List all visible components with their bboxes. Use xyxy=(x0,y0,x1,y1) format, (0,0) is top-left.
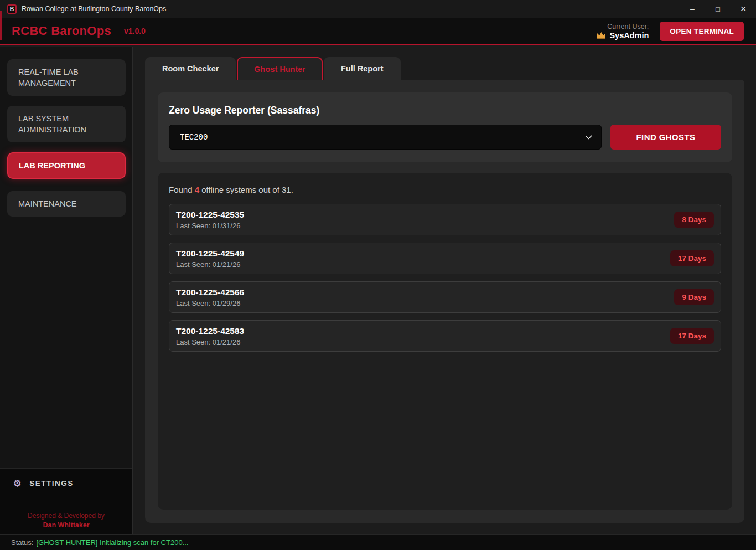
days-offline-badge: 9 Days xyxy=(674,289,714,305)
main-content: Room Checker Ghost Hunter Full Report Ze… xyxy=(133,47,756,534)
sidebar-item-maintenance[interactable]: MAINTENANCE xyxy=(7,191,126,217)
app-window: B Rowan College at Burlington County Bar… xyxy=(0,0,756,550)
sidebar-bottom: ⚙ SETTINGS Designed & Developed by Dan W… xyxy=(0,468,132,534)
settings-button[interactable]: ⚙ SETTINGS xyxy=(0,469,132,489)
app-version: v1.0.0 xyxy=(124,27,146,35)
system-name: T200-1225-42566 xyxy=(176,287,244,297)
settings-label: SETTINGS xyxy=(29,479,74,487)
system-row: T200-1225-42583 Last Seen: 01/21/26 17 D… xyxy=(169,320,721,352)
sidebar-item-lab-system-administration[interactable]: LAB SYSTEM ADMINISTRATION xyxy=(7,106,126,142)
system-info: T200-1225-42583 Last Seen: 01/21/26 xyxy=(176,326,244,346)
current-user-name: SysAdmin xyxy=(609,31,649,40)
app-brand: RCBC BaronOps xyxy=(12,24,111,38)
tab-room-checker[interactable]: Room Checker xyxy=(145,57,236,80)
tab-bar: Room Checker Ghost Hunter Full Report xyxy=(145,57,401,80)
credit-line-1: Designed & Developed by xyxy=(0,512,132,520)
gear-icon: ⚙ xyxy=(13,478,21,489)
current-user-block: Current User: SysAdmin xyxy=(597,23,649,40)
offline-count: 4 xyxy=(195,185,199,194)
sidebar-nav: REAL-TIME LAB MANAGEMENT LAB SYSTEM ADMI… xyxy=(0,47,132,217)
system-last-seen: Last Seen: 01/29/26 xyxy=(176,299,244,307)
system-last-seen: Last Seen: 01/31/26 xyxy=(176,222,244,230)
sidebar: REAL-TIME LAB MANAGEMENT LAB SYSTEM ADMI… xyxy=(0,47,133,534)
results-panel: Found 4 offline systems out of 31. T200-… xyxy=(158,173,732,510)
sidebar-item-realtime-lab-management[interactable]: REAL-TIME LAB MANAGEMENT xyxy=(7,59,126,96)
app-header: RCBC BaronOps v1.0.0 Current User: SysAd… xyxy=(0,18,756,45)
section-title: Zero Usage Reporter (Sassafras) xyxy=(169,105,721,116)
results-summary: Found 4 offline systems out of 31. xyxy=(169,185,721,194)
system-name: T200-1225-42549 xyxy=(176,249,244,259)
room-select[interactable]: TEC200 xyxy=(169,125,602,150)
credits: Designed & Developed by Dan Whittaker xyxy=(0,512,132,529)
status-label: Status: xyxy=(11,538,33,547)
app-logo-icon: B xyxy=(7,4,17,14)
system-info: T200-1225-42535 Last Seen: 01/31/26 xyxy=(176,210,244,230)
system-row: T200-1225-42549 Last Seen: 01/21/26 17 D… xyxy=(169,243,721,274)
crown-icon xyxy=(597,32,606,39)
zero-usage-reporter-section: Zero Usage Reporter (Sassafras) TEC200 F… xyxy=(158,92,732,162)
current-user-label: Current User: xyxy=(597,23,649,30)
window-controls: – □ × xyxy=(680,0,756,18)
system-name: T200-1225-42535 xyxy=(176,210,244,220)
credit-line-2: Dan Whittaker xyxy=(0,521,132,529)
minimize-button[interactable]: – xyxy=(680,0,705,18)
maximize-button[interactable]: □ xyxy=(705,0,731,18)
ghost-hunter-panel: Zero Usage Reporter (Sassafras) TEC200 F… xyxy=(145,80,744,523)
system-name: T200-1225-42583 xyxy=(176,326,244,336)
open-terminal-button[interactable]: OPEN TERMINAL xyxy=(660,22,744,41)
status-message: [GHOST HUNTER] Initializing scan for CT2… xyxy=(36,538,188,547)
days-offline-badge: 17 Days xyxy=(670,250,714,266)
days-offline-badge: 8 Days xyxy=(674,212,714,228)
days-offline-badge: 17 Days xyxy=(670,328,714,344)
title-bar: B Rowan College at Burlington County Bar… xyxy=(0,0,756,18)
system-info: T200-1225-42549 Last Seen: 01/21/26 xyxy=(176,249,244,269)
tab-ghost-hunter[interactable]: Ghost Hunter xyxy=(237,57,323,80)
find-ghosts-button[interactable]: FIND GHOSTS xyxy=(610,125,721,150)
close-button[interactable]: × xyxy=(731,0,756,18)
tab-full-report[interactable]: Full Report xyxy=(324,57,401,80)
status-bar: Status: [GHOST HUNTER] Initializing scan… xyxy=(0,534,756,550)
system-last-seen: Last Seen: 01/21/26 xyxy=(176,338,244,346)
system-row: T200-1225-42566 Last Seen: 01/29/26 9 Da… xyxy=(169,281,721,313)
left-edge-artifact xyxy=(0,11,2,40)
system-row: T200-1225-42535 Last Seen: 01/31/26 8 Da… xyxy=(169,204,721,235)
sidebar-item-lab-reporting[interactable]: LAB REPORTING xyxy=(7,152,126,179)
system-info: T200-1225-42566 Last Seen: 01/29/26 xyxy=(176,287,244,307)
room-select-wrap: TEC200 xyxy=(169,125,602,150)
system-last-seen: Last Seen: 01/21/26 xyxy=(176,260,244,269)
window-title: Rowan College at Burlington County Baron… xyxy=(22,5,166,13)
